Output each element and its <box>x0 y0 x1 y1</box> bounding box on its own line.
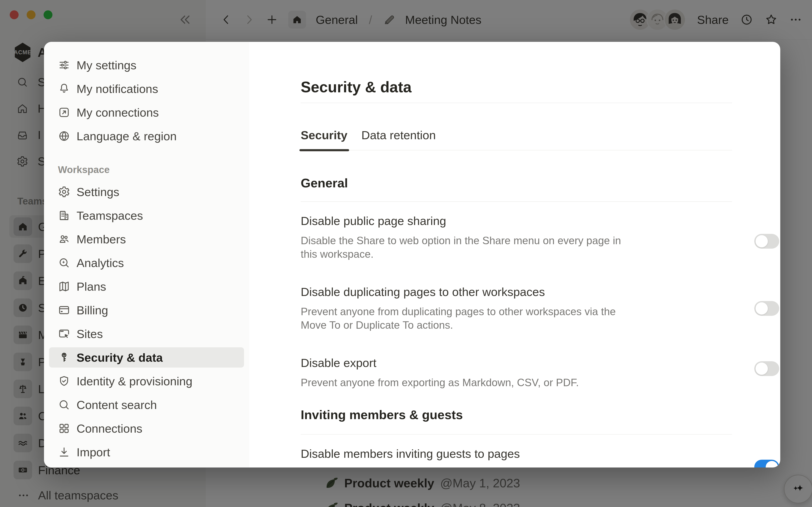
settings-nav-my-connections[interactable]: My connections <box>49 102 244 122</box>
toggle-knob <box>756 235 768 247</box>
settings-nav-connections[interactable]: Connections <box>49 418 244 439</box>
toggle-knob <box>756 362 768 375</box>
app-window: ACME A SHIS Teams GPESMPLCDFinance All t… <box>0 0 812 507</box>
analytics-icon <box>58 257 70 269</box>
members-icon <box>58 233 70 245</box>
toggle-on[interactable] <box>754 460 779 467</box>
settings-nav-content-search[interactable]: Content search <box>49 395 244 415</box>
magnifier-icon <box>58 399 70 411</box>
toggle-knob <box>756 302 768 315</box>
download-icon <box>58 446 70 458</box>
shield-check-icon <box>58 375 70 387</box>
section-heading: Inviting members & guests <box>301 407 780 423</box>
settings-nav-label: Security & data <box>77 351 163 364</box>
settings-nav-label: Sites <box>77 327 103 341</box>
setting-row: Disable members inviting guests to pages <box>301 435 780 467</box>
settings-nav-label: Teamspaces <box>77 209 143 222</box>
settings-sidebar: My settingsMy notificationsMy connection… <box>44 42 249 467</box>
toggle-off[interactable] <box>754 301 779 316</box>
toggle-knob <box>766 461 778 467</box>
divider <box>301 103 732 103</box>
settings-nav-label: Content search <box>77 398 157 412</box>
key-icon <box>58 351 70 363</box>
settings-nav-label: Identity & provisioning <box>77 374 192 388</box>
settings-nav-label: Settings <box>77 185 119 199</box>
settings-nav-label: Plans <box>77 280 106 293</box>
settings-nav-label: My settings <box>77 58 136 72</box>
settings-nav-billing[interactable]: Billing <box>49 300 244 320</box>
building-icon <box>58 209 70 222</box>
browser-cursor-icon <box>58 328 70 340</box>
active-tab-underline <box>299 149 349 151</box>
settings-nav-label: Billing <box>77 303 108 317</box>
tab-data-retention[interactable]: Data retention <box>361 128 436 153</box>
settings-nav-label: Connections <box>77 421 142 435</box>
setting-row: Disable duplicating pages to other works… <box>301 273 780 344</box>
settings-nav-security-data[interactable]: Security & data <box>49 347 244 368</box>
settings-nav-settings[interactable]: Settings <box>49 182 244 202</box>
toggle-off[interactable] <box>754 234 779 249</box>
globe-icon <box>58 130 70 142</box>
tab-bar: SecurityData retention <box>301 128 732 153</box>
grid-icon <box>58 422 70 435</box>
settings-nav-label: Import <box>77 445 110 459</box>
page-title: Security & data <box>301 78 780 96</box>
setting-row: Disable exportPrevent anyone from export… <box>301 344 780 401</box>
setting-description: Prevent anyone from duplicating pages to… <box>301 305 635 332</box>
settings-nav-label: Members <box>77 232 126 246</box>
setting-title: Disable duplicating pages to other works… <box>301 285 742 299</box>
setting-title: Disable public page sharing <box>301 214 742 228</box>
section-heading: General <box>301 175 780 191</box>
settings-nav-language-region[interactable]: Language & region <box>49 126 244 146</box>
settings-nav-my-settings[interactable]: My settings <box>49 55 244 75</box>
setting-description: Disable the Share to web option in the S… <box>301 234 635 261</box>
settings-nav-teamspaces[interactable]: Teamspaces <box>49 205 244 226</box>
gear-icon <box>58 186 70 198</box>
setting-row: Disable public page sharingDisable the S… <box>301 202 780 273</box>
settings-nav-identity-provisioning[interactable]: Identity & provisioning <box>49 371 244 391</box>
bell-icon <box>58 82 70 95</box>
settings-nav-label: Analytics <box>77 256 124 270</box>
settings-nav-label: My notifications <box>77 82 158 96</box>
settings-nav-label: My connections <box>77 106 159 119</box>
settings-modal: My settingsMy notificationsMy connection… <box>44 42 780 467</box>
settings-nav-import[interactable]: Import <box>49 442 244 462</box>
settings-content: Security & data SecurityData retention G… <box>249 42 780 467</box>
workspace-section-label: Workspace <box>58 164 249 175</box>
arrow-up-right-square-icon <box>58 106 70 118</box>
settings-nav-members[interactable]: Members <box>49 229 244 249</box>
settings-nav-my-notifications[interactable]: My notifications <box>49 78 244 99</box>
sliders-icon <box>58 59 70 71</box>
credit-card-icon <box>58 304 70 316</box>
setting-title: Disable members inviting guests to pages <box>301 446 742 461</box>
settings-nav-sites[interactable]: Sites <box>49 324 244 344</box>
setting-title: Disable export <box>301 355 742 370</box>
map-icon <box>58 280 70 293</box>
settings-nav-plans[interactable]: Plans <box>49 276 244 297</box>
toggle-off[interactable] <box>754 361 779 376</box>
setting-description: Prevent anyone from exporting as Markdow… <box>301 376 635 389</box>
settings-nav-analytics[interactable]: Analytics <box>49 252 244 273</box>
settings-nav-label: Language & region <box>77 129 176 143</box>
